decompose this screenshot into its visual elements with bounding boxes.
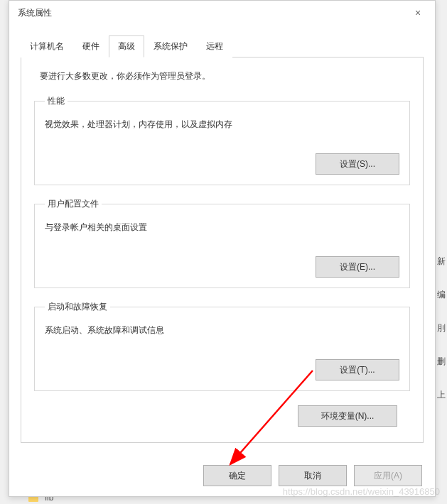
close-button[interactable]: ×	[404, 2, 432, 23]
user-profiles-desc: 与登录帐户相关的桌面设置	[45, 217, 399, 243]
startup-desc: 系统启动、系统故障和调试信息	[45, 320, 399, 346]
user-profiles-legend: 用户配置文件	[45, 198, 102, 210]
tab-panel-advanced: 要进行大多数更改，你必须作为管理员登录。 性能 视觉效果，处理器计划，内存使用，…	[21, 57, 424, 443]
environment-variables-button[interactable]: 环境变量(N)...	[298, 405, 397, 427]
startup-recovery-group: 启动和故障恢复 系统启动、系统故障和调试信息 设置(T)...	[34, 301, 410, 391]
performance-settings-button[interactable]: 设置(S)...	[316, 153, 399, 175]
tab-computer-name[interactable]: 计算机名	[21, 35, 73, 57]
system-properties-dialog: 系统属性 × 计算机名 硬件 高级 系统保护 远程 要进行大多数更改，你必须作为…	[9, 0, 436, 497]
cancel-button[interactable]: 取消	[279, 465, 347, 486]
user-profiles-settings-button[interactable]: 设置(E)...	[316, 256, 399, 278]
window-title: 系统属性	[18, 7, 52, 19]
background-sidebar: 新 编 刖 删 上	[436, 256, 447, 440]
tab-container: 计算机名 硬件 高级 系统保护 远程 要进行大多数更改，你必须作为管理员登录。 …	[9, 25, 435, 443]
ok-button[interactable]: 确定	[203, 465, 271, 486]
performance-legend: 性能	[45, 95, 68, 107]
user-profiles-group: 用户配置文件 与登录帐户相关的桌面设置 设置(E)...	[34, 198, 410, 288]
close-icon: ×	[415, 7, 421, 18]
tab-strip: 计算机名 硬件 高级 系统保护 远程	[21, 35, 424, 57]
admin-notice: 要进行大多数更改，你必须作为管理员登录。	[34, 70, 410, 82]
dialog-footer-buttons: 确定 取消 应用(A)	[203, 465, 422, 486]
startup-legend: 启动和故障恢复	[45, 301, 110, 313]
tab-system-protection[interactable]: 系统保护	[144, 35, 197, 57]
apply-button[interactable]: 应用(A)	[354, 465, 422, 486]
titlebar: 系统属性 ×	[9, 1, 435, 25]
tab-remote[interactable]: 远程	[197, 35, 232, 57]
tab-hardware[interactable]: 硬件	[73, 35, 109, 57]
performance-group: 性能 视觉效果，处理器计划，内存使用，以及虚拟内存 设置(S)...	[34, 95, 410, 185]
startup-settings-button[interactable]: 设置(T)...	[316, 359, 399, 380]
env-var-row: 环境变量(N)...	[34, 404, 410, 427]
tab-advanced[interactable]: 高级	[109, 35, 144, 57]
performance-desc: 视觉效果，处理器计划，内存使用，以及虚拟内存	[45, 114, 399, 141]
